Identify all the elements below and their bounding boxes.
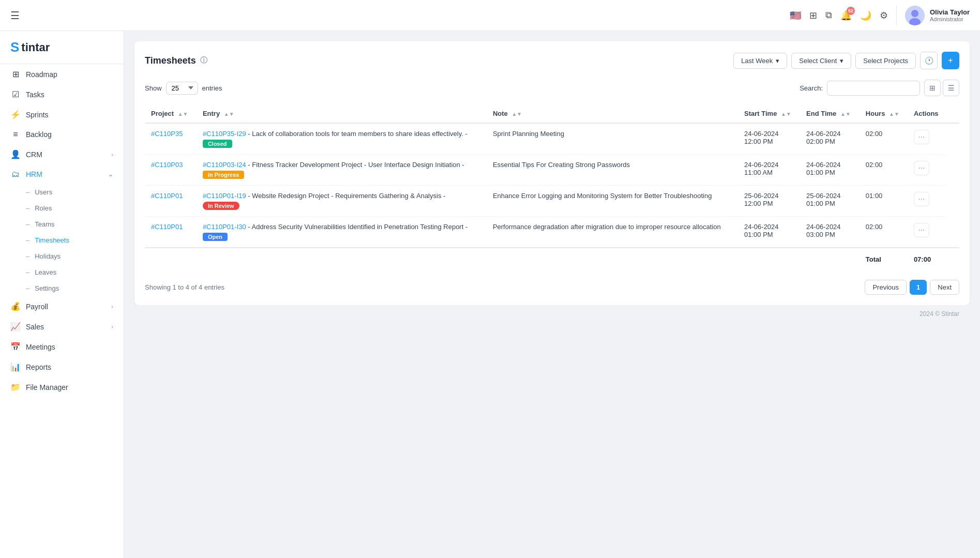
sidebar-item-reports[interactable]: 📊 Reports [0, 357, 124, 377]
hours-sort-icon: ▲▼ [889, 111, 899, 117]
last-week-label: Last Week [741, 57, 773, 65]
entries-label: entries [202, 84, 222, 92]
show-entries: Show 25 10 50 100 entries [145, 82, 222, 95]
status-badge: In Review [203, 202, 239, 210]
row-actions-button[interactable]: ··· [914, 192, 929, 206]
sidebar-item-teams[interactable]: Teams [26, 216, 124, 232]
client-dropdown-icon: ▾ [840, 57, 843, 65]
select-projects-filter[interactable]: Select Projects [855, 53, 916, 69]
end-time: 01:00 PM [806, 169, 853, 176]
sidebar-item-roles[interactable]: Roles [26, 200, 124, 216]
sidebar-subitem-label: Roles [35, 204, 52, 212]
hours-value: 01:00 [866, 192, 883, 200]
table-controls: Show 25 10 50 100 entries Search: ⊞ ☰ [145, 80, 959, 96]
showing-text: Showing 1 to 4 of 4 entries [145, 283, 224, 291]
notifications-icon[interactable]: 🔔 52 [840, 10, 852, 21]
entry-id-link[interactable]: #C110P01-I30 [203, 223, 246, 231]
row-actions-button[interactable]: ··· [914, 161, 929, 175]
sidebar-subitem-label: Holidays [35, 252, 61, 260]
project-link[interactable]: #C110P35 [151, 130, 183, 138]
table-row: #C110P03 #C110P03-I24 - Fitness Tracker … [145, 155, 959, 186]
sidebar-item-leaves[interactable]: Leaves [26, 264, 124, 280]
dark-mode-icon[interactable]: 🌙 [860, 10, 871, 21]
end-time: 01:00 PM [806, 200, 853, 207]
last-week-filter[interactable]: Last Week ▾ [733, 53, 787, 69]
sidebar-item-hrm[interactable]: 🗂 HRM ⌄ [0, 164, 124, 184]
start-time-cell: 24-06-2024 11:00 AM [738, 155, 800, 186]
select-client-label: Select Client [799, 57, 837, 65]
note-cell: Enhance Error Logging and Monitoring Sys… [487, 186, 738, 217]
actions-cell: ··· [908, 217, 946, 248]
col-entry[interactable]: Entry ▲▼ [197, 104, 487, 123]
project-link[interactable]: #C110P01 [151, 223, 183, 231]
search-label: Search: [800, 84, 823, 92]
col-start-time[interactable]: Start Time ▲▼ [738, 104, 800, 123]
col-end-time[interactable]: End Time ▲▼ [800, 104, 860, 123]
hours-cell: 01:00 [860, 186, 908, 217]
meetings-icon: 📅 [10, 342, 21, 352]
sidebar-item-sales[interactable]: 📈 Sales › [0, 316, 124, 337]
project-cell: #C110P03 [145, 155, 197, 186]
sidebar-item-backlog[interactable]: ≡ Backlog [0, 125, 124, 144]
col-project[interactable]: Project ▲▼ [145, 104, 197, 123]
grid-view-button[interactable]: ⊞ [924, 80, 941, 96]
sidebar-item-holidays[interactable]: Holidays [26, 248, 124, 264]
entries-select[interactable]: 25 10 50 100 [166, 82, 198, 95]
page-number-1[interactable]: 1 [910, 280, 927, 295]
start-time: 12:00 PM [744, 200, 794, 207]
actions-cell: ··· [908, 123, 946, 155]
project-link[interactable]: #C110P03 [151, 161, 183, 169]
settings-gear-icon[interactable]: ⚙ [880, 10, 888, 21]
end-date: 25-06-2024 [806, 192, 853, 200]
sales-icon: 📈 [10, 322, 21, 331]
previous-button[interactable]: Previous [865, 280, 907, 295]
entry-id-link[interactable]: #C110P35-I29 [203, 130, 246, 138]
apps-grid-icon[interactable]: ⊞ [809, 10, 817, 21]
select-client-filter[interactable]: Select Client ▾ [791, 53, 851, 69]
hrm-submenu: Users Roles Teams Timesheets Holidays Le… [0, 184, 124, 296]
col-note[interactable]: Note ▲▼ [487, 104, 738, 123]
list-view-button[interactable]: ☰ [943, 80, 959, 96]
plus-icon: + [948, 56, 953, 65]
info-icon[interactable]: ⓘ [200, 56, 207, 65]
hours-cell: 02:00 [860, 217, 908, 248]
entry-cell: #C110P35-I29 - Lack of collaboration too… [197, 123, 487, 155]
add-timesheet-button[interactable]: + [942, 52, 959, 69]
project-link[interactable]: #C110P01 [151, 192, 183, 200]
copyright: 2024 © Stintar [134, 305, 970, 323]
sidebar-item-timesheets[interactable]: Timesheets [26, 232, 124, 248]
project-cell: #C110P01 [145, 186, 197, 217]
sidebar-item-sprints[interactable]: ⚡ Sprints [0, 104, 124, 125]
menu-toggle[interactable]: ☰ [10, 9, 20, 22]
next-button[interactable]: Next [930, 280, 959, 295]
sidebar-item-label: Reports [26, 363, 51, 371]
start-date: 25-06-2024 [744, 192, 794, 200]
sidebar-item-label: Payroll [26, 303, 48, 311]
timer-button[interactable]: 🕐 [920, 52, 938, 69]
sidebar-item-tasks[interactable]: ☑ Tasks [0, 84, 124, 104]
row-actions-button[interactable]: ··· [914, 130, 929, 144]
entry-id-link[interactable]: #C110P03-I24 [203, 161, 246, 169]
sidebar-item-meetings[interactable]: 📅 Meetings [0, 337, 124, 357]
grid-plus-icon[interactable]: ⧉ [825, 10, 832, 21]
sidebar-item-settings[interactable]: Settings [26, 280, 124, 296]
note-text: Sprint Planning Meeting [493, 130, 564, 138]
language-flag-icon[interactable]: 🇺🇸 [790, 10, 801, 21]
start-time-cell: 25-06-2024 12:00 PM [738, 186, 800, 217]
entry-id-link[interactable]: #C110P01-I19 [203, 192, 246, 200]
sidebar-item-crm[interactable]: 👤 CRM › [0, 144, 124, 164]
note-cell: Sprint Planning Meeting [487, 123, 738, 155]
sidebar-item-payroll[interactable]: 💰 Payroll › [0, 296, 124, 316]
sidebar-item-users[interactable]: Users [26, 184, 124, 200]
col-actions: Actions [908, 104, 946, 123]
total-label-cell [145, 248, 860, 269]
sidebar-item-roadmap[interactable]: ⊞ Roadmap [0, 64, 124, 84]
col-hours[interactable]: Hours ▲▼ [860, 104, 908, 123]
row-actions-button[interactable]: ··· [914, 223, 929, 237]
search-input[interactable] [827, 81, 920, 96]
start-time: 12:00 PM [744, 138, 794, 145]
file-manager-icon: 📁 [10, 382, 21, 392]
end-time-cell: 24-06-2024 01:00 PM [800, 155, 860, 186]
sidebar-item-file-manager[interactable]: 📁 File Manager [0, 377, 124, 397]
hrm-arrow-icon: ⌄ [108, 171, 113, 178]
